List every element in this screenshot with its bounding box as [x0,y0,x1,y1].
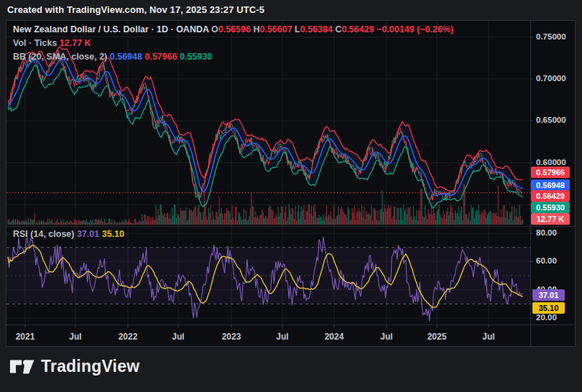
time-axis-label[interactable]: 2021 [16,332,35,342]
price-axis-label[interactable]: 0.75000 [536,32,566,41]
rsi-axis-label[interactable]: 60.00 [536,256,557,265]
time-axis-label[interactable]: Jul [482,332,494,342]
rsi-legend: RSI (14, close) 37.01 35.10 [13,229,124,239]
bb-lower-value: 0.55930 [180,52,212,62]
rsi-axis-label[interactable]: 80.00 [536,228,557,237]
rsi-label: RSI (14, close) [13,229,74,239]
legend-row-volume: Vol · Ticks 12.77 K [13,37,453,50]
price-scale-badge: 0.57966 [531,167,570,178]
rsi-ma-value: 35.10 [102,229,124,239]
price-axis-label[interactable]: 0.65000 [536,116,566,124]
legend-row-symbol: New Zealand Dollar / U.S. Dollar · 1D · … [13,23,453,37]
time-axis-label[interactable]: Jul [69,332,81,342]
rsi-scale-badge: 37.01 [532,289,565,301]
symbol-legend: New Zealand Dollar / U.S. Dollar · 1D · … [13,23,453,64]
bb-upper-value: 0.57966 [144,52,177,62]
rsi-scale-badge: 35.10 [532,302,565,314]
price-axis-label[interactable]: 0.60000 [536,158,566,167]
ohlc-close-value: 0.56429 [341,24,374,34]
time-axis-label[interactable]: 2025 [428,332,447,342]
time-axis-label[interactable]: Jul [172,332,184,342]
price-scale-badge: 0.56948 [531,179,570,191]
rsi-value: 37.01 [77,229,99,239]
attribution-text: Created with TradingView.com, Nov 17, 20… [7,4,264,15]
ohlc-low-label: L [295,24,300,34]
price-scale-badge: 0.56429 [531,190,570,202]
price-scale-badge: 12.77 K [531,213,570,225]
time-axis-label[interactable]: 2022 [119,332,138,342]
price-scale-badge: 0.55930 [531,202,570,213]
ohlc-low-value: 0.56384 [300,24,333,34]
legend-row-bb: BB (20, SMA, close, 2) 0.56948 0.57966 0… [13,50,453,64]
symbol-title: New Zealand Dollar / U.S. Dollar · 1D · … [13,24,209,34]
volume-value: 12.77 K [60,38,91,48]
chart-widget[interactable] [6,20,576,347]
time-axis-label[interactable]: Jul [380,332,392,342]
price-axis-label[interactable]: 0.70000 [536,74,566,83]
time-axis-label[interactable]: Jul [276,332,288,342]
time-axis-label[interactable]: 2024 [325,332,344,342]
ohlc-change-value: −0.00149 (−0.26%) [377,24,453,34]
bb-label: BB (20, SMA, close, 2) [13,52,107,62]
ohlc-open-label: O [211,24,218,34]
time-axis-label[interactable]: 2023 [222,332,241,342]
volume-label: Vol · Ticks [13,38,57,48]
tradingview-logo[interactable]: TradingView [10,357,139,376]
tradingview-logo-text: TradingView [41,357,139,376]
rsi-axis-label[interactable]: 20.00 [536,313,557,322]
tradingview-logo-icon [10,359,34,375]
ohlc-open-value: 0.56596 [218,24,251,34]
bb-basis-value: 0.56948 [110,52,142,62]
ohlc-high-value: 0.56607 [259,24,292,34]
